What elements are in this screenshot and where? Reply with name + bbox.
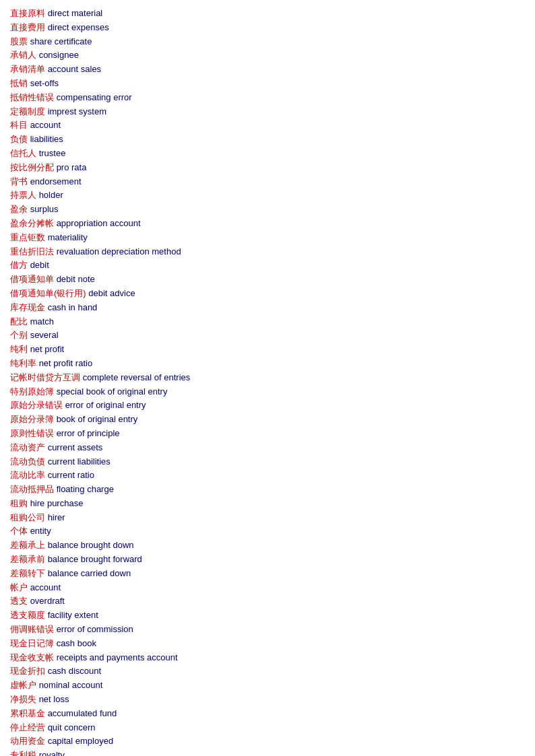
term-chinese: 动用资金 — [10, 736, 48, 746]
term-chinese: 背书 — [10, 176, 30, 186]
term-english: holder — [39, 190, 63, 200]
term-chinese: 原始分录簿 — [10, 414, 57, 424]
list-item: 原始分录簿 book of original entry — [10, 413, 525, 427]
list-item: 专利税 royalty — [10, 749, 525, 756]
term-english: entity — [30, 526, 51, 536]
term-chinese: 重估折旧法 — [10, 246, 57, 256]
term-chinese: 透支额度 — [10, 610, 48, 620]
list-item: 现金收支帐 receipts and payments account — [10, 651, 525, 665]
term-english: cash book — [57, 638, 96, 648]
list-item: 承销人 consignee — [10, 48, 525, 63]
term-chinese: 信托人 — [10, 148, 39, 158]
term-english: debit advice — [88, 288, 135, 298]
list-item: 停止经营 quit concern — [10, 721, 525, 735]
list-item: 定额制度 imprest system — [10, 105, 525, 119]
term-chinese: 借方 — [10, 260, 30, 270]
term-chinese: 配比 — [10, 316, 30, 327]
term-chinese: 股票 — [10, 36, 30, 46]
term-english: current assets — [48, 442, 103, 452]
list-item: 抵销 set-offs — [10, 77, 525, 91]
term-english: several — [30, 330, 59, 340]
term-english: account — [30, 120, 61, 130]
term-english: current liabilities — [48, 456, 111, 467]
list-item: 差额转下 balance carried down — [10, 567, 525, 581]
list-item: 现金日记簿 cash book — [10, 637, 525, 651]
list-item: 现金折扣 cash discount — [10, 664, 525, 679]
list-item: 配比 match — [10, 315, 525, 329]
term-chinese: 盈余分摊帐 — [10, 218, 57, 228]
term-chinese: 原始分录错误 — [10, 400, 65, 410]
term-english: net loss — [39, 694, 69, 704]
term-chinese: 特别原始簿 — [10, 386, 57, 397]
list-item: 直接费用 direct expenses — [10, 21, 525, 35]
list-item: 原则性错误 error of principle — [10, 427, 525, 441]
list-item: 累积基金 accumulated fund — [10, 707, 525, 721]
term-english: receipts and payments account — [57, 652, 178, 662]
term-english: imprest system — [48, 106, 106, 116]
term-chinese: 租购 — [10, 498, 30, 508]
term-english: hirer — [48, 512, 65, 522]
term-chinese: 纯利率 — [10, 358, 39, 368]
term-english: current ratio — [48, 470, 94, 480]
list-item: 流动资产 current assets — [10, 441, 525, 455]
list-item: 特别原始簿 special book of original entry — [10, 385, 525, 399]
term-english: error of commission — [57, 624, 133, 634]
term-english: pro rata — [57, 162, 87, 172]
term-english: set-offs — [30, 78, 59, 88]
list-item: 股票 share certificate — [10, 35, 525, 49]
term-english: liabilities — [30, 134, 63, 144]
term-chinese: 直接原料 — [10, 8, 48, 18]
list-item: 持票人 holder — [10, 188, 525, 203]
term-english: endorsement — [30, 176, 82, 186]
term-chinese: 承销人 — [10, 50, 39, 60]
list-item: 盈余 surplus — [10, 203, 525, 217]
term-english: error of original entry — [65, 400, 146, 410]
term-chinese: 虚帐户 — [10, 680, 39, 690]
term-chinese: 现金折扣 — [10, 666, 48, 676]
term-english: royalty — [39, 750, 65, 756]
term-english: account sales — [48, 64, 102, 74]
list-item: 帐户 account — [10, 581, 525, 595]
term-chinese: 专利税 — [10, 750, 39, 756]
list-item: 流动抵押品 floating charge — [10, 483, 525, 497]
list-item: 流动比率 current ratio — [10, 469, 525, 483]
term-english: direct expenses — [48, 22, 109, 32]
term-english: share certificate — [30, 36, 92, 46]
term-chinese: 抵销性错误 — [10, 92, 57, 102]
list-item: 动用资金 capital employed — [10, 734, 525, 749]
term-chinese: 净损失 — [10, 694, 39, 704]
term-english: net profit ratio — [39, 358, 93, 368]
list-item: 差额承前 balance brought forward — [10, 553, 525, 567]
list-item: 借项通知单 debit note — [10, 273, 525, 287]
list-item: 记帐时借贷方互调 complete reversal of entries — [10, 371, 525, 385]
term-chinese: 重点钜数 — [10, 232, 48, 242]
term-chinese: 现金日记簿 — [10, 638, 57, 648]
term-english: balance carried down — [48, 568, 131, 578]
list-item: 流动负债 current liabilities — [10, 455, 525, 469]
term-english: facility extent — [48, 610, 98, 620]
term-chinese: 停止经营 — [10, 722, 48, 732]
term-chinese: 佣调账错误 — [10, 624, 57, 634]
term-english: accumulated fund — [48, 708, 117, 718]
term-english: net profit — [30, 344, 65, 354]
list-item: 租购公司 hirer — [10, 511, 525, 525]
term-english: consignee — [39, 50, 79, 60]
term-chinese: 流动比率 — [10, 470, 48, 480]
term-chinese: 纯利 — [10, 344, 30, 354]
list-item: 按比例分配 pro rata — [10, 161, 525, 175]
term-chinese: 流动抵押品 — [10, 484, 57, 494]
list-item: 借项通知单(银行用) debit advice — [10, 287, 525, 301]
term-english: compensating error — [57, 92, 132, 102]
term-english: account — [30, 582, 61, 592]
term-chinese: 原则性错误 — [10, 428, 57, 438]
term-chinese: 个别 — [10, 330, 30, 340]
term-english: direct material — [48, 8, 103, 18]
list-item: 直接原料 direct material — [10, 7, 525, 21]
term-english: overdraft — [30, 596, 65, 606]
term-english: revaluation depreciation method — [57, 246, 181, 256]
term-chinese: 租购公司 — [10, 512, 48, 522]
term-english: floating charge — [57, 484, 114, 494]
list-item: 个别 several — [10, 329, 525, 343]
term-english: error of principle — [57, 428, 120, 438]
term-english: appropriation account — [57, 218, 141, 228]
